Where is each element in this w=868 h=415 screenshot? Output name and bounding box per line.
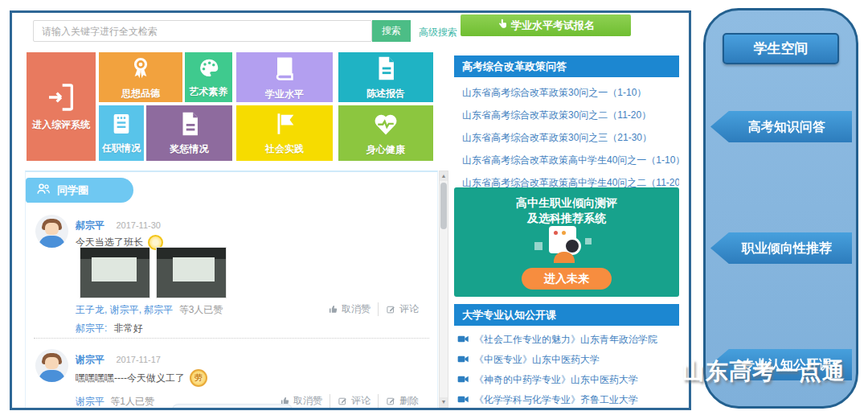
promo-title-line1: 高中生职业倾向测评 bbox=[454, 195, 679, 211]
door-enter-icon bbox=[45, 81, 77, 113]
tile-statement-report[interactable]: 陈述报告 bbox=[338, 52, 433, 102]
tile-label: 学业水平 bbox=[265, 88, 304, 101]
post-photo[interactable] bbox=[80, 247, 150, 298]
feed-scrollbar[interactable]: ▲ ▼ bbox=[439, 171, 448, 408]
tile-moral-character[interactable]: 思想品德 bbox=[99, 52, 182, 102]
course-title: 《神奇的中药学专业》山东中医药大学 bbox=[474, 373, 638, 387]
courses-section-header: 大学专业认知公开课 bbox=[454, 304, 679, 326]
side-label-career-tendency[interactable]: 职业倾向性推荐 bbox=[710, 232, 852, 264]
course-list: 《社会工作专业的魅力》山东青年政治学院 《中医专业》山东中医药大学 《神奇的中药… bbox=[454, 330, 684, 410]
comment-author[interactable]: 郝宗平: bbox=[76, 323, 107, 334]
clipboard-icon bbox=[108, 111, 134, 137]
post-text: 嘿嘿嘿嘿----今天做义工了 bbox=[76, 372, 185, 385]
exam-signup-label: 学业水平考试报名 bbox=[511, 18, 595, 33]
edit-icon bbox=[338, 396, 348, 406]
labor-coin-icon: 劳 bbox=[190, 369, 207, 387]
flag-icon bbox=[271, 110, 298, 138]
divider bbox=[34, 338, 429, 339]
feed-title: 同学圈 bbox=[57, 183, 88, 198]
tile-label: 社会实践 bbox=[265, 142, 304, 156]
course-title: 《化学学科与化学专业》齐鲁工业大学 bbox=[474, 393, 638, 407]
tile-label: 奖惩情况 bbox=[170, 142, 209, 156]
scrollbar-thumb[interactable] bbox=[440, 183, 447, 229]
tile-physical-mental-health[interactable]: 身心健康 bbox=[338, 105, 433, 161]
tile-position-status[interactable]: 任职情况 bbox=[99, 105, 144, 161]
video-camera-icon bbox=[457, 354, 469, 367]
tile-label: 思想品德 bbox=[121, 87, 160, 101]
scroll-down-icon[interactable]: ▼ bbox=[440, 397, 448, 407]
thumb-up-icon bbox=[328, 304, 338, 314]
delete-button[interactable]: 删除 bbox=[378, 394, 426, 408]
comment-button[interactable]: 评论 bbox=[378, 302, 426, 316]
video-camera-icon bbox=[457, 374, 469, 387]
course-list-item[interactable]: 《社会工作专业的魅力》山东青年政治学院 bbox=[454, 330, 684, 350]
policy-list-item[interactable]: 山东省高考综合改革政策30问之一（1-10） bbox=[454, 81, 679, 104]
tile-label: 艺术素养 bbox=[190, 85, 228, 99]
policy-list-item[interactable]: 山东省高考综合改革政策30问之三（21-30） bbox=[454, 126, 679, 149]
exam-signup-button[interactable]: 学业水平考试报名 bbox=[461, 14, 631, 36]
people-icon bbox=[35, 181, 51, 199]
policy-list-item[interactable]: 山东省高考综合改革政策高中学生40问之一（1-10） bbox=[454, 149, 679, 171]
policy-list-item[interactable]: 山东省高考综合改革政策30问之二（11-20） bbox=[454, 104, 679, 126]
like-names[interactable]: 谢宗平 bbox=[76, 396, 104, 407]
tile-label: 进入综评系统 bbox=[32, 118, 90, 132]
avatar-body bbox=[39, 236, 65, 248]
policy-list: 山东省高考综合改革政策30问之一（1-10） 山东省高考综合改革政策30问之二（… bbox=[454, 81, 679, 194]
avatar bbox=[35, 349, 68, 382]
like-names[interactable]: 王子龙, 谢宗平, 郝宗平 bbox=[76, 304, 173, 315]
course-title: 《中医专业》山东中医药大学 bbox=[474, 353, 600, 367]
classmates-feed-card: 同学圈 郝宗平 2017-11-30 今天当选了班长 bbox=[25, 171, 438, 410]
post-photo[interactable] bbox=[156, 247, 227, 298]
policy-section-header: 高考综合改革政策问答 bbox=[454, 55, 679, 77]
like-suffix: 等3人已赞 bbox=[179, 304, 223, 315]
unlike-button[interactable]: 取消赞 bbox=[321, 302, 378, 316]
edit-icon bbox=[386, 304, 396, 314]
palette-icon bbox=[197, 56, 221, 80]
course-title: 《社会工作专业的魅力》山东青年政治学院 bbox=[474, 333, 657, 347]
promo-illustration bbox=[518, 226, 615, 263]
document-icon bbox=[176, 110, 203, 138]
enter-future-button[interactable]: 进入未来 bbox=[522, 268, 612, 290]
avatar-face bbox=[45, 223, 59, 235]
promo-card[interactable]: 高中生职业倾向测评 及选科推荐系统 进入未来 bbox=[454, 187, 679, 297]
comment-text: 非常好 bbox=[114, 323, 143, 334]
main-panel: 搜索 高级搜索 学业水平考试报名 进入综评系统 思想品德 bbox=[10, 10, 691, 410]
avatar bbox=[35, 215, 68, 248]
tile-reward-punishment[interactable]: 奖惩情况 bbox=[146, 105, 232, 161]
page: 搜索 高级搜索 学业水平考试报名 进入综评系统 思想品德 bbox=[0, 0, 868, 415]
course-list-item[interactable]: 《神奇的中药学专业》山东中医药大学 bbox=[454, 370, 684, 390]
tile-label: 任职情况 bbox=[102, 142, 141, 155]
tile-academic-level[interactable]: 学业水平 bbox=[236, 52, 333, 102]
book-icon bbox=[270, 54, 299, 83]
side-panel: 学生空间 高考知识问答 职业倾向性推荐 专业认知公开课 bbox=[703, 8, 858, 409]
video-camera-icon bbox=[457, 394, 469, 407]
side-label-student-space[interactable]: 学生空间 bbox=[723, 33, 839, 64]
pointer-hand-icon bbox=[497, 18, 508, 32]
post-date: 2017-11-17 bbox=[116, 355, 160, 364]
tile-label: 陈述报告 bbox=[366, 87, 405, 101]
tile-art-quality[interactable]: 艺术素养 bbox=[185, 52, 232, 102]
comment-button[interactable]: 评论 bbox=[330, 394, 378, 408]
video-camera-icon bbox=[457, 334, 469, 347]
post-date: 2017-11-30 bbox=[116, 220, 160, 230]
tile-grid: 进入综评系统 思想品德 艺术素养 学业水平 bbox=[12, 13, 446, 166]
report-icon bbox=[372, 55, 399, 82]
tile-enter-system[interactable]: 进入综评系统 bbox=[27, 52, 96, 161]
course-list-item[interactable]: 《化学学科与化学专业》齐鲁工业大学 bbox=[454, 390, 684, 410]
tile-social-practice[interactable]: 社会实践 bbox=[236, 105, 333, 161]
side-label-gaokao-knowledge-qa[interactable]: 高考知识问答 bbox=[710, 111, 852, 142]
scroll-up-icon[interactable]: ▲ bbox=[440, 171, 448, 181]
heart-pulse-icon bbox=[371, 109, 400, 138]
feed-header: 同学圈 bbox=[26, 178, 133, 203]
promo-title-line2: 及选科推荐系统 bbox=[454, 211, 679, 226]
tile-label: 身心健康 bbox=[366, 143, 405, 157]
post-author[interactable]: 谢宗平 bbox=[76, 354, 104, 365]
post-author[interactable]: 郝宗平 bbox=[76, 220, 104, 231]
edit-icon bbox=[386, 396, 396, 406]
load-more-button[interactable]: 加载更多 bbox=[172, 404, 293, 410]
side-label-major-open-course[interactable]: 专业认知公开课 bbox=[710, 349, 852, 380]
medal-icon bbox=[127, 55, 154, 82]
like-suffix: 等1人已赞 bbox=[110, 396, 154, 407]
course-list-item[interactable]: 《中医专业》山东中医药大学 bbox=[454, 350, 684, 370]
